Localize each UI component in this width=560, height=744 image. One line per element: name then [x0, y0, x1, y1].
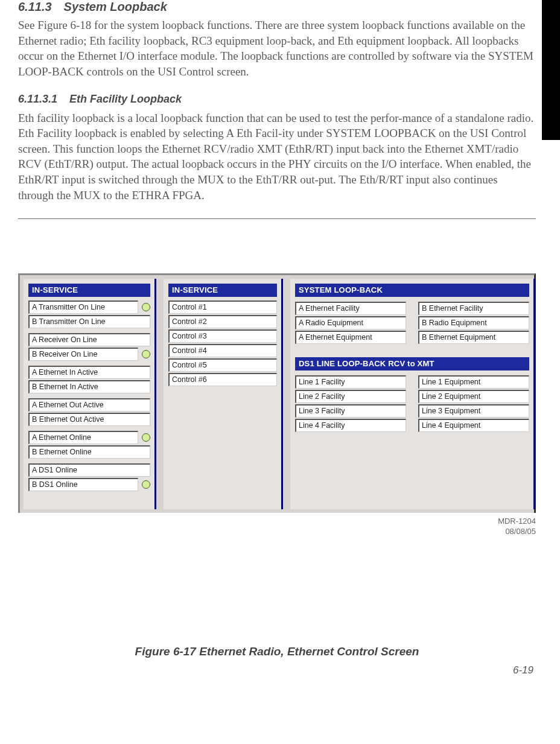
- control-button[interactable]: Control #6: [168, 373, 277, 386]
- panel-header: IN-SERVICE: [168, 284, 277, 297]
- status-row: A Receiver On Line: [28, 333, 150, 346]
- status-row: A Transmitter On Line: [28, 300, 150, 314]
- loopback-button[interactable]: A Radio Equipment: [295, 316, 406, 329]
- control-row: Control #6: [168, 373, 277, 386]
- status-field[interactable]: A Transmitter On Line: [28, 300, 138, 314]
- ds1-loopback-button[interactable]: Line 4 Equipment: [418, 419, 529, 432]
- subsection-heading: 6.11.3.1Eth Facility Loopback: [18, 93, 536, 106]
- subsection-number: 6.11.3.1: [18, 93, 57, 105]
- status-row: B Ethernet In Active: [28, 380, 150, 393]
- status-field[interactable]: B Ethernet Out Active: [28, 413, 150, 426]
- control-button[interactable]: Control #1: [168, 300, 277, 314]
- status-field[interactable]: B Receiver On Line: [28, 348, 138, 361]
- control-row: Control #1: [168, 300, 277, 314]
- control-row: Control #3: [168, 329, 277, 343]
- status-field[interactable]: A DS1 Online: [28, 463, 150, 477]
- status-field[interactable]: B Ethernet In Active: [28, 380, 150, 393]
- in-service-status-panel: IN-SERVICE A Transmitter On Line B Trans…: [24, 279, 155, 509]
- loopback-button[interactable]: A Ethernet Equipment: [295, 331, 406, 344]
- status-row: B Ethernet Online: [28, 445, 150, 459]
- figure-footer: MDR-1204 08/08/05: [18, 517, 536, 536]
- subsection-title: Eth Facility Loopback: [69, 93, 182, 105]
- paragraph-2: Eth facility loopback is a local loopbac…: [18, 110, 536, 203]
- control-row: Control #5: [168, 358, 277, 372]
- status-field[interactable]: B Transmitter On Line: [28, 315, 150, 328]
- loopback-button[interactable]: A Ethernet Facility: [295, 302, 406, 315]
- status-field[interactable]: A Ethernet Online: [28, 431, 138, 444]
- status-field[interactable]: B Ethernet Online: [28, 445, 150, 459]
- ds1-loopback-button[interactable]: Line 3 Facility: [295, 404, 406, 418]
- paragraph-1: See Figure 6-18 for the system loopback …: [18, 17, 536, 80]
- status-field[interactable]: B DS1 Online: [28, 478, 138, 491]
- status-row: A DS1 Online: [28, 463, 150, 477]
- in-service-controls-panel: IN-SERVICE Control #1 Control #2 Control…: [164, 279, 282, 509]
- status-led-icon: [142, 350, 150, 358]
- control-button[interactable]: Control #3: [168, 329, 277, 343]
- section-tab: [542, 0, 560, 140]
- loopback-button[interactable]: B Radio Equipment: [418, 316, 529, 329]
- page-number: 6-19: [18, 664, 533, 676]
- status-led-icon: [142, 433, 150, 442]
- status-field[interactable]: A Receiver On Line: [28, 333, 150, 346]
- status-led-icon: [142, 303, 150, 311]
- usi-control-screen: IN-SERVICE A Transmitter On Line B Trans…: [18, 273, 536, 536]
- ds1-loopback-button[interactable]: Line 1 Equipment: [418, 375, 529, 389]
- status-row: B DS1 Online: [28, 478, 150, 491]
- ds1-loopback-button[interactable]: Line 2 Facility: [295, 390, 406, 403]
- control-button[interactable]: Control #5: [168, 358, 277, 372]
- status-field[interactable]: A Ethernet Out Active: [28, 398, 150, 412]
- doc-id: MDR-1204: [498, 517, 536, 526]
- panel-header: SYSTEM LOOP-BACK: [295, 284, 529, 297]
- ds1-loopback-button[interactable]: Line 4 Facility: [295, 419, 406, 432]
- control-button[interactable]: Control #4: [168, 344, 277, 357]
- figure-caption: Figure 6-17 Ethernet Radio, Ethernet Con…: [18, 645, 536, 658]
- status-row: A Ethernet Out Active: [28, 398, 150, 412]
- divider: [18, 218, 536, 219]
- panel-header: IN-SERVICE: [28, 284, 150, 297]
- control-row: Control #2: [168, 315, 277, 328]
- control-row: Control #4: [168, 344, 277, 357]
- status-row: B Transmitter On Line: [28, 315, 150, 328]
- doc-date: 08/08/05: [505, 527, 536, 536]
- status-row: B Receiver On Line: [28, 348, 150, 361]
- loopback-button[interactable]: B Ethernet Facility: [418, 302, 529, 315]
- section-title: System Loopback: [64, 0, 167, 13]
- ds1-loopback-button[interactable]: Line 1 Facility: [295, 375, 406, 389]
- control-button[interactable]: Control #2: [168, 315, 277, 328]
- loopback-button[interactable]: B Ethernet Equipment: [418, 331, 529, 344]
- ds1-loopback-button[interactable]: Line 3 Equipment: [418, 404, 529, 418]
- section-heading: 6.11.3System Loopback: [18, 0, 536, 14]
- status-row: B Ethernet Out Active: [28, 413, 150, 426]
- loopback-panel: SYSTEM LOOP-BACK A Ethernet Facility A R…: [290, 279, 534, 509]
- section-number: 6.11.3: [18, 0, 52, 13]
- status-led-icon: [142, 480, 150, 489]
- ds1-loopback-button[interactable]: Line 2 Equipment: [418, 390, 529, 403]
- status-field[interactable]: A Ethernet In Active: [28, 366, 150, 379]
- panel-header: DS1 LINE LOOP-BACK RCV to XMT: [295, 357, 529, 370]
- status-row: A Ethernet In Active: [28, 366, 150, 379]
- status-row: A Ethernet Online: [28, 431, 150, 444]
